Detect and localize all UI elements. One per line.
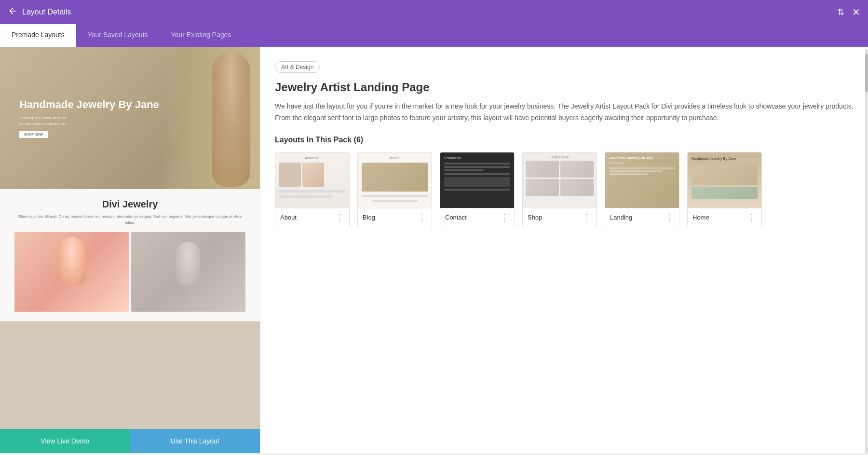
layout-card-landing[interactable]: Handmade Jewelry By Jane Divi Jewelry La… (605, 152, 679, 227)
title-bar-right: ⇅ ✕ (837, 6, 860, 18)
hero-shop-btn[interactable]: SHOP NOW (19, 131, 48, 138)
card-name-contact: Contact (445, 214, 467, 221)
card-footer-contact: Contact ⋮ (440, 208, 514, 227)
hero-title: Handmade Jewelry By Jane (19, 98, 159, 112)
card-menu-blog[interactable]: ⋮ (418, 212, 427, 223)
category-badge[interactable]: Art & Design (275, 61, 320, 73)
preview-images-row (14, 232, 245, 312)
use-this-layout-button[interactable]: Use This Layout (130, 429, 260, 453)
card-preview-home: Handmade Jewelry By Jane (688, 152, 761, 208)
tab-saved-layouts[interactable]: Your Saved Layouts (76, 24, 160, 47)
card-footer-landing: Landing ⋮ (605, 208, 679, 227)
scrollbar-thumb[interactable] (865, 54, 868, 92)
layout-card-about[interactable]: About Me About ⋮ (275, 152, 350, 227)
person-silhouette (163, 47, 260, 189)
close-icon[interactable]: ✕ (852, 6, 860, 18)
card-footer-about: About ⋮ (275, 208, 349, 227)
layout-card-blog[interactable]: Journal Blog ⋮ (357, 152, 432, 227)
left-panel: Handmade Jewelry By Jane Lorem ipsum dol… (0, 47, 260, 453)
scrollbar-track[interactable] (865, 49, 868, 453)
card-footer-home: Home ⋮ (688, 208, 761, 227)
layout-card-shop[interactable]: Shop Online Shop ⋮ (522, 152, 597, 227)
card-menu-shop[interactable]: ⋮ (583, 212, 592, 223)
hero-desc: Lorem ipsum dolor sit amet, consectetuer… (19, 115, 77, 127)
preview-image: Handmade Jewelry By Jane Lorem ipsum dol… (0, 47, 260, 429)
right-panel: Art & Design Jewelry Artist Landing Page… (260, 47, 868, 453)
preview-hero-text: Handmade Jewelry By Jane Lorem ipsum dol… (19, 98, 159, 138)
tab-premade-layouts[interactable]: Premade Layouts (0, 24, 76, 47)
card-preview-about: About Me (275, 152, 349, 208)
card-menu-home[interactable]: ⋮ (747, 212, 757, 223)
main-content: Handmade Jewelry By Jane Lorem ipsum dol… (0, 47, 868, 453)
card-preview-landing: Handmade Jewelry By Jane Divi Jewelry (605, 152, 679, 208)
preview-img-1 (14, 232, 129, 312)
card-name-home: Home (692, 214, 709, 221)
layout-card-home[interactable]: Handmade Jewelry By Jane Home ⋮ (687, 152, 762, 227)
card-footer-blog: Blog ⋮ (358, 208, 432, 227)
section-title: Divi Jewelry (14, 199, 245, 210)
card-menu-landing[interactable]: ⋮ (665, 212, 674, 223)
section-desc: Etiam quis blandit erat. Donec laoreet l… (14, 214, 245, 226)
preview-hero: Handmade Jewelry By Jane Lorem ipsum dol… (0, 47, 260, 189)
card-menu-contact[interactable]: ⋮ (500, 212, 509, 223)
preview-section: Divi Jewelry Etiam quis blandit erat. Do… (0, 189, 260, 321)
card-name-landing: Landing (610, 214, 632, 221)
preview-img-2 (131, 232, 246, 312)
layout-title: Jewelry Artist Landing Page (275, 81, 854, 94)
tabs: Premade Layouts Your Saved Layouts Your … (0, 24, 868, 47)
card-footer-shop: Shop ⋮ (523, 208, 597, 227)
sort-icon[interactable]: ⇅ (837, 7, 844, 17)
card-name-shop: Shop (528, 214, 542, 221)
card-preview-contact: Contact Me (440, 152, 514, 208)
back-arrow-icon[interactable] (8, 6, 17, 18)
card-name-blog: Blog (363, 214, 375, 221)
card-preview-blog: Journal (358, 152, 432, 208)
card-name-about: About (280, 214, 297, 221)
page-title: Layout Details (22, 8, 71, 16)
layouts-grid: About Me About ⋮ (275, 152, 854, 227)
preview-buttons: View Live Demo Use This Layout (0, 429, 260, 453)
pack-subtitle: Layouts In This Pack (6) (275, 136, 854, 144)
layout-card-contact[interactable]: Contact Me Contact ⋮ (440, 152, 515, 227)
title-bar: Layout Details ⇅ ✕ (0, 0, 868, 24)
card-menu-about[interactable]: ⋮ (335, 212, 344, 223)
tab-existing-pages[interactable]: Your Existing Pages (160, 24, 243, 47)
layout-description: We have just the layout for you if you'r… (275, 101, 854, 124)
card-preview-shop: Shop Online (523, 152, 597, 208)
title-bar-left: Layout Details (8, 6, 71, 18)
view-live-demo-button[interactable]: View Live Demo (0, 429, 130, 453)
